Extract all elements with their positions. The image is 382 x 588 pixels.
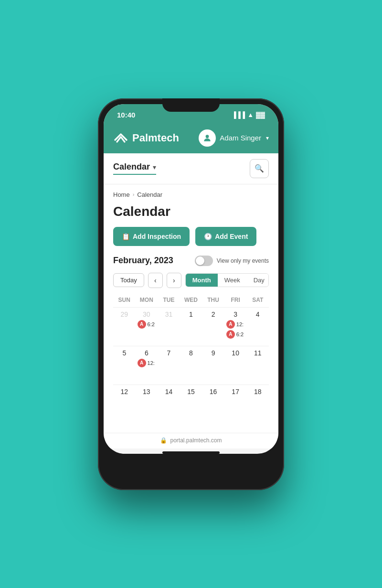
view-toggle-switch[interactable] bbox=[195, 256, 213, 266]
phone-frame: 10:40 ▐▐▐ ▲ ▓▓ Palmtech bbox=[98, 98, 284, 490]
cell-feb-11[interactable]: 11 bbox=[246, 346, 269, 385]
main-content: Home › Calendar Calendar 📋 Add Inspectio… bbox=[104, 184, 278, 433]
phone-screen: 10:40 ▐▐▐ ▲ ▓▓ Palmtech bbox=[104, 104, 278, 454]
app-name: Palmtech bbox=[132, 132, 179, 144]
tab-week[interactable]: Week bbox=[218, 274, 247, 287]
date-16: 16 bbox=[204, 388, 223, 396]
view-toggle-area: View only my events bbox=[195, 256, 269, 266]
day-header-wed: WED bbox=[180, 295, 202, 305]
cell-jan-29[interactable]: 29 bbox=[113, 308, 136, 346]
day-header-sat: SAT bbox=[246, 295, 269, 305]
cell-feb-13[interactable]: 13 bbox=[136, 385, 158, 423]
cell-feb-10[interactable]: 10 bbox=[224, 346, 247, 385]
date-30: 30 bbox=[138, 310, 156, 318]
calendar-controls: February, 2023 View only my events bbox=[113, 256, 269, 266]
toggle-knob bbox=[196, 257, 204, 265]
cell-feb-4[interactable]: 4 bbox=[246, 308, 269, 346]
cell-feb-14[interactable]: 14 bbox=[158, 385, 180, 423]
date-5: 5 bbox=[115, 349, 134, 357]
calendar-week-3: 12 13 14 15 16 17 bbox=[113, 385, 269, 423]
date-8: 8 bbox=[182, 349, 201, 357]
event-item[interactable]: A 6:2 bbox=[226, 330, 245, 339]
add-event-button[interactable]: 🕐 Add Event bbox=[195, 227, 256, 246]
event-text: 6:2 bbox=[236, 331, 244, 337]
bottom-bar: 🔒 portal.palmtech.com bbox=[104, 433, 278, 449]
user-area[interactable]: Adam Singer ▾ bbox=[199, 129, 269, 147]
date-18: 18 bbox=[248, 388, 267, 396]
view-toggle-label: View only my events bbox=[217, 257, 269, 264]
calendar-week-1: 29 30 A 6:2 31 1 bbox=[113, 307, 269, 346]
add-inspection-label: Add Inspection bbox=[133, 233, 181, 240]
app-header: Palmtech Adam Singer ▾ bbox=[104, 123, 278, 153]
tab-month[interactable]: Month bbox=[186, 274, 218, 287]
nav-title: Calendar bbox=[113, 162, 150, 172]
cell-feb-17[interactable]: 17 bbox=[224, 385, 247, 423]
cell-feb-5[interactable]: 5 bbox=[113, 346, 136, 385]
date-7: 7 bbox=[159, 349, 178, 357]
palmtech-logo-icon bbox=[113, 132, 128, 144]
event-item[interactable]: A 12: bbox=[226, 320, 245, 329]
status-time: 10:40 bbox=[117, 111, 135, 119]
logo-area: Palmtech bbox=[113, 132, 179, 144]
date-17: 17 bbox=[226, 388, 245, 396]
cell-feb-16[interactable]: 16 bbox=[202, 385, 224, 423]
breadcrumb-separator: › bbox=[133, 192, 135, 197]
breadcrumb-current: Calendar bbox=[137, 191, 162, 198]
home-indicator[interactable] bbox=[162, 451, 220, 454]
cell-feb-7[interactable]: 7 bbox=[158, 346, 180, 385]
wifi-icon: ▲ bbox=[247, 111, 254, 118]
calendar-icon: 📋 bbox=[122, 233, 130, 240]
nav-chevron-icon: ▾ bbox=[153, 163, 156, 171]
month-year: February, 2023 bbox=[113, 256, 173, 266]
cell-jan-30[interactable]: 30 A 6:2 bbox=[136, 308, 158, 346]
add-inspection-button[interactable]: 📋 Add Inspection bbox=[113, 227, 190, 246]
add-event-label: Add Event bbox=[215, 233, 248, 240]
date-4: 4 bbox=[248, 310, 267, 318]
nav-title-area[interactable]: Calendar ▾ bbox=[113, 162, 156, 175]
url-text: portal.palmtech.com bbox=[170, 437, 222, 444]
date-6: 6 bbox=[138, 349, 156, 357]
next-month-button[interactable]: › bbox=[167, 273, 181, 288]
nav-bar: Calendar ▾ 🔍 bbox=[104, 153, 278, 184]
today-button[interactable]: Today bbox=[113, 273, 144, 287]
date-13: 13 bbox=[138, 388, 156, 396]
cell-feb-18[interactable]: 18 bbox=[246, 385, 269, 423]
cell-feb-9[interactable]: 9 bbox=[202, 346, 224, 385]
date-3: 3 bbox=[226, 310, 245, 318]
date-1: 1 bbox=[182, 310, 201, 318]
date-2: 2 bbox=[204, 310, 223, 318]
status-icons: ▐▐▐ ▲ ▓▓ bbox=[232, 111, 265, 118]
cell-feb-15[interactable]: 15 bbox=[180, 385, 202, 423]
date-15: 15 bbox=[182, 388, 201, 396]
view-tabs: Month Week Day bbox=[185, 273, 269, 287]
event-text: 6:2 bbox=[148, 321, 155, 327]
cell-feb-1[interactable]: 1 bbox=[180, 308, 202, 346]
cell-jan-31[interactable]: 31 bbox=[158, 308, 180, 346]
tab-day[interactable]: Day bbox=[247, 274, 269, 287]
cell-feb-12[interactable]: 12 bbox=[113, 385, 136, 423]
date-29: 29 bbox=[115, 310, 134, 318]
day-header-tue: TUE bbox=[158, 295, 180, 305]
cell-feb-3[interactable]: 3 A 12: A 6:2 bbox=[224, 308, 247, 346]
event-item[interactable]: A 12: bbox=[138, 359, 156, 367]
prev-month-button[interactable]: ‹ bbox=[148, 273, 163, 288]
cell-feb-6[interactable]: 6 A 12: bbox=[136, 346, 158, 385]
date-10: 10 bbox=[226, 349, 245, 357]
event-avatar: A bbox=[226, 320, 235, 329]
action-buttons: 📋 Add Inspection 🕐 Add Event bbox=[113, 227, 269, 246]
event-avatar: A bbox=[138, 359, 146, 367]
cell-feb-8[interactable]: 8 bbox=[180, 346, 202, 385]
user-avatar bbox=[199, 129, 216, 147]
date-9: 9 bbox=[204, 349, 223, 357]
breadcrumb-home[interactable]: Home bbox=[113, 191, 130, 198]
calendar-week-2: 5 6 A 12: 7 8 bbox=[113, 346, 269, 385]
signal-icon: ▐▐▐ bbox=[232, 111, 245, 118]
cell-feb-2[interactable]: 2 bbox=[202, 308, 224, 346]
event-avatar: A bbox=[138, 320, 146, 329]
search-button[interactable]: 🔍 bbox=[250, 159, 269, 178]
event-avatar: A bbox=[226, 330, 235, 339]
svg-point-0 bbox=[206, 135, 209, 138]
lock-icon: 🔒 bbox=[160, 437, 167, 444]
date-12: 12 bbox=[115, 388, 134, 396]
event-item[interactable]: A 6:2 bbox=[138, 320, 156, 329]
